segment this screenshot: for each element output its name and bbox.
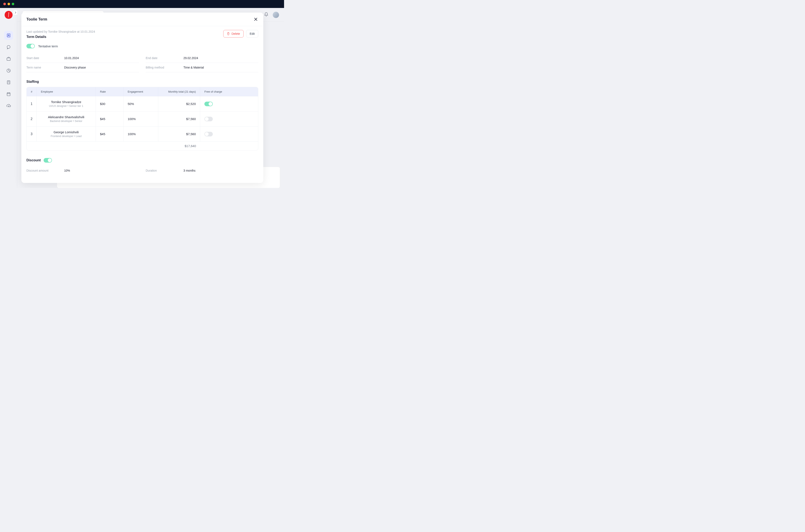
app-logo: [5, 11, 13, 19]
row-num: 3: [26, 127, 37, 141]
employee-engagement: 50%: [124, 96, 158, 111]
billing-label: Billing method: [146, 66, 183, 69]
discount-amount-label: Discount amount: [26, 169, 64, 172]
delete-button[interactable]: Delete: [223, 30, 243, 38]
delete-label: Delete: [231, 32, 240, 35]
employee-name: George Lomishvili: [54, 130, 79, 134]
svg-rect-3: [7, 58, 10, 60]
staffing-title: Staffing: [26, 80, 258, 83]
discount-toggle[interactable]: [43, 158, 52, 163]
employee-rate: $45: [96, 112, 124, 126]
term-details-title: Term Details: [26, 35, 95, 39]
avatar[interactable]: [273, 12, 279, 18]
sidebar-item-calendar[interactable]: [4, 90, 13, 98]
modal-title: Toolie Term: [26, 17, 47, 22]
edit-button[interactable]: Edit: [246, 30, 258, 38]
discount-title: Discount: [26, 158, 41, 162]
svg-point-1: [8, 35, 9, 36]
foc-toggle[interactable]: [204, 102, 213, 106]
sidebar-item-upload[interactable]: [4, 101, 13, 110]
sidebar-item-projects[interactable]: [4, 55, 13, 63]
sidebar-item-calculator[interactable]: [4, 78, 13, 87]
staffing-footer-total: $17,640: [158, 141, 200, 150]
svg-rect-6: [7, 93, 10, 96]
employee-role: Backend developer • Senior: [50, 120, 82, 122]
th-employee: Employee: [37, 87, 96, 96]
th-monthly-total: Monthly total (21 days): [158, 87, 200, 96]
billing-value: Time & Material: [183, 66, 258, 69]
tentative-label: Tentative term: [38, 44, 58, 48]
sidebar-item-reports[interactable]: [4, 66, 13, 75]
employee-name: Aleksandre Shavtvalishvili: [48, 115, 84, 119]
end-date-label: End date: [146, 56, 183, 60]
employee-monthly-total: $7,560: [158, 112, 200, 126]
employee-monthly-total: $2,520: [158, 96, 200, 111]
discount-duration-label: Duration: [146, 169, 183, 172]
employee-engagement: 100%: [124, 112, 158, 126]
sidebar-item-contacts[interactable]: [4, 31, 13, 40]
employee-rate: $30: [96, 96, 124, 111]
window-titlebar: [0, 0, 284, 8]
start-date-value: 10.01.2024: [64, 56, 139, 60]
traffic-light-maximize[interactable]: [12, 3, 14, 5]
th-rate: Rate: [96, 87, 124, 96]
row-num: 2: [26, 112, 37, 126]
th-num: #: [26, 87, 37, 96]
term-modal: Toolie Term Last updated by Tornike Shva…: [21, 13, 263, 183]
last-updated-text: Last updated by Tornike Shvangiradze at …: [26, 30, 95, 33]
svg-rect-5: [7, 81, 10, 84]
employee-rate: $45: [96, 127, 124, 141]
table-row: 1 Tornike Shvangiradze UI/UX designer • …: [26, 96, 258, 111]
tentative-toggle[interactable]: [26, 44, 35, 49]
discount-duration-value: 3 months: [183, 169, 258, 172]
row-num: 1: [26, 96, 37, 111]
trash-icon: [227, 32, 230, 35]
th-engagement: Engagement: [124, 87, 158, 96]
foc-toggle[interactable]: [204, 132, 213, 136]
close-icon[interactable]: [253, 17, 258, 22]
table-row: 2 Aleksandre Shavtvalishvili Backend dev…: [26, 111, 258, 126]
edit-label: Edit: [250, 32, 255, 35]
employee-name: Tornike Shvangiradze: [51, 100, 81, 104]
traffic-light-minimize[interactable]: [7, 3, 10, 5]
end-date-value: 29.02.2024: [183, 56, 258, 60]
employee-monthly-total: $7,560: [158, 127, 200, 141]
traffic-light-close[interactable]: [3, 3, 6, 5]
foc-toggle[interactable]: [204, 117, 213, 121]
sidebar-item-chat[interactable]: [4, 43, 13, 52]
table-row: 3 George Lomishvili Frontend developer •…: [26, 126, 258, 141]
employee-engagement: 100%: [124, 127, 158, 141]
sidebar: [0, 8, 17, 188]
term-name-label: Term name: [26, 66, 64, 69]
th-foc: Free of charge: [200, 87, 258, 96]
term-name-value: Discovery phase: [64, 66, 139, 69]
staffing-table: # Employee Rate Engagement Monthly total…: [26, 87, 258, 150]
start-date-label: Start date: [26, 56, 64, 60]
notifications-icon[interactable]: [264, 12, 268, 18]
employee-role: UI/UX designer • Senior tier 1: [49, 104, 83, 108]
discount-amount-value: 10%: [64, 169, 139, 172]
employee-role: Frontend developer • Lead: [51, 135, 82, 138]
